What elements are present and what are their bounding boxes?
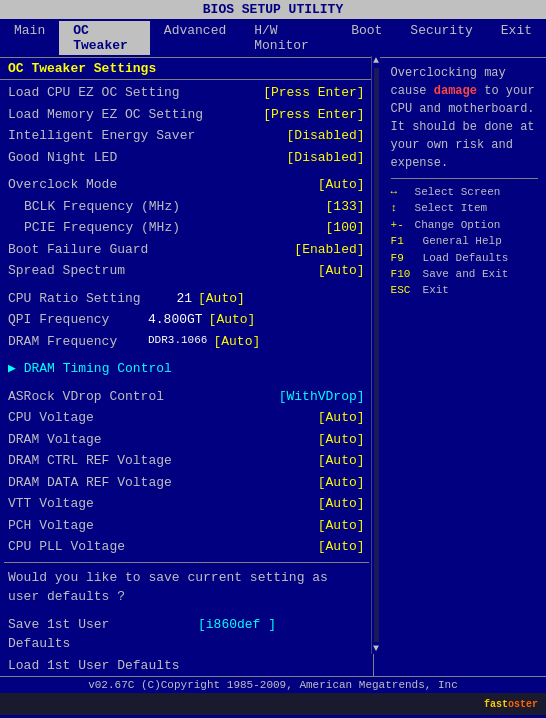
row-energy-saver[interactable]: Intelligent Energy Saver [Disabled] [4, 125, 369, 147]
right-divider [391, 178, 538, 179]
main-layout: OC Tweaker Settings Load CPU EZ OC Setti… [0, 58, 546, 676]
key-select-screen: ↔ Select Screen [391, 185, 538, 200]
row-boot-failure-guard[interactable]: Boot Failure Guard [Enabled] [4, 239, 369, 261]
nav-oc-tweaker[interactable]: OC Tweaker [59, 21, 150, 55]
row-dram-voltage[interactable]: DRAM Voltage [Auto] [4, 429, 369, 451]
logo-prefix: fast [484, 699, 508, 710]
logo-bar: fastoster [0, 693, 546, 715]
title-bar: BIOS SETUP UTILITY [0, 0, 546, 19]
row-load-cpu-ez[interactable]: Load CPU EZ OC Setting [Press Enter] [4, 82, 369, 104]
nav-bar: Main OC Tweaker Advanced H/W Monitor Boo… [0, 19, 546, 58]
row-good-night-led[interactable]: Good Night LED [Disabled] [4, 147, 369, 169]
panel-content: Load CPU EZ OC Setting [Press Enter] Loa… [0, 80, 373, 676]
row-qpi-freq[interactable]: QPI Frequency 4.800GT [Auto] [4, 309, 369, 331]
row-pcie-freq[interactable]: PCIE Frequency (MHz) [100] [4, 217, 369, 239]
nav-main[interactable]: Main [0, 21, 59, 55]
logo-oster: oster [508, 699, 538, 710]
row-vtt-voltage[interactable]: VTT Voltage [Auto] [4, 493, 369, 515]
nav-exit[interactable]: Exit [487, 21, 546, 55]
row-overclock-mode[interactable]: Overclock Mode [Auto] [4, 174, 369, 196]
scrollbar[interactable]: ▲ ▼ [371, 56, 380, 654]
row-vdrop-ctrl[interactable]: ASRock VDrop Control [WithVDrop] [4, 386, 369, 408]
copyright-text: v02.67C (C)Copyright 1985-2009, American… [88, 679, 458, 691]
row-dram-data-ref[interactable]: DRAM DATA REF Voltage [Auto] [4, 472, 369, 494]
row-load-mem-ez[interactable]: Load Memory EZ OC Setting [Press Enter] [4, 104, 369, 126]
help-damage: damage [434, 84, 477, 98]
bottom-bar: v02.67C (C)Copyright 1985-2009, American… [0, 676, 546, 693]
row-save-defaults-question: Would you like to save current setting a… [4, 567, 369, 608]
row-cpu-pll-voltage[interactable]: CPU PLL Voltage [Auto] [4, 536, 369, 558]
nav-advanced[interactable]: Advanced [150, 21, 240, 55]
key-esc: ESC Exit [391, 283, 538, 298]
scroll-track [374, 68, 379, 642]
row-save-1st[interactable]: Save 1st User Defaults [i860def ] [4, 614, 369, 655]
nav-boot[interactable]: Boot [337, 21, 396, 55]
left-panel: OC Tweaker Settings Load CPU EZ OC Setti… [0, 58, 374, 676]
row-spread-spectrum[interactable]: Spread Spectrum [Auto] [4, 260, 369, 282]
key-f1: F1 General Help [391, 234, 538, 249]
row-dram-timing[interactable]: ▶ DRAM Timing Control [4, 358, 369, 380]
key-f9: F9 Load Defaults [391, 251, 538, 266]
row-cpu-voltage[interactable]: CPU Voltage [Auto] [4, 407, 369, 429]
scroll-down-arrow[interactable]: ▼ [373, 644, 379, 654]
row-pch-voltage[interactable]: PCH Voltage [Auto] [4, 515, 369, 537]
row-cpu-ratio[interactable]: CPU Ratio Setting 21 [Auto] [4, 288, 369, 310]
row-dram-freq[interactable]: DRAM Frequency DDR3.1066 [Auto] [4, 331, 369, 353]
key-select-item: ↕ Select Item [391, 201, 538, 216]
nav-security[interactable]: Security [396, 21, 486, 55]
key-change-option: +- Change Option [391, 218, 538, 233]
title-text: BIOS SETUP UTILITY [203, 2, 343, 17]
row-load-1st[interactable]: Load 1st User Defaults [4, 655, 369, 677]
right-panel: Overclocking may cause damage to your CP… [383, 58, 546, 676]
scroll-up-arrow[interactable]: ▲ [373, 56, 379, 66]
help-text: Overclocking may cause damage to your CP… [391, 64, 538, 172]
panel-title: OC Tweaker Settings [0, 58, 373, 80]
key-f10: F10 Save and Exit [391, 267, 538, 282]
row-bclk-freq[interactable]: BCLK Frequency (MHz) [133] [4, 196, 369, 218]
nav-hw-monitor[interactable]: H/W Monitor [240, 21, 337, 55]
row-dram-ctrl-ref[interactable]: DRAM CTRL REF Voltage [Auto] [4, 450, 369, 472]
